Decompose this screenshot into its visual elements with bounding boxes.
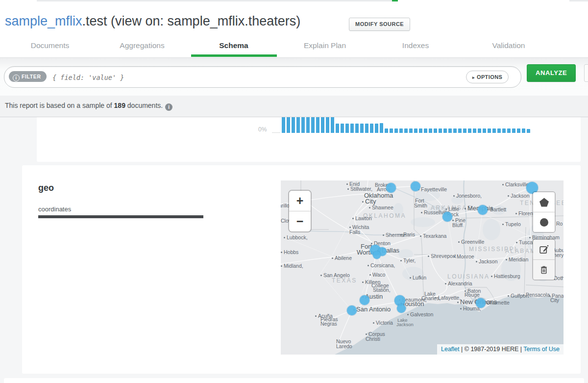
chevron-right-icon: ▸ <box>472 75 475 80</box>
filter-input[interactable] <box>51 72 396 83</box>
top-clipped-toolbar <box>37 0 392 1</box>
tab-validation[interactable]: Validation <box>492 41 525 50</box>
histogram-bar[interactable] <box>370 124 373 133</box>
histogram-bar[interactable] <box>296 115 300 133</box>
modify-source-button[interactable]: MODIFY SOURCE <box>349 18 410 31</box>
leaflet-map[interactable]: OKLAHOMAARKANSASTEXASLOUISIANAMISSISSIPP… <box>281 180 564 355</box>
histogram-bar[interactable] <box>517 128 520 133</box>
location-marker[interactable] <box>373 251 381 259</box>
analyze-button[interactable]: ANALYZE <box>527 64 576 82</box>
filter-badge[interactable]: iFILTER <box>9 71 47 82</box>
map-city-label: Fayetteville <box>418 187 447 192</box>
field-type-bar[interactable] <box>38 215 203 218</box>
tab-explain-plan[interactable]: Explain Plan <box>304 41 346 50</box>
y-axis-zero-tick: 0% <box>258 126 267 133</box>
map-city-label: Hobbs <box>281 250 298 255</box>
histogram-bar[interactable] <box>360 124 364 133</box>
map-city-label: Midland, <box>281 263 303 269</box>
histogram-bar[interactable] <box>321 115 324 133</box>
histogram-bar[interactable] <box>355 124 359 133</box>
leaflet-link[interactable]: Leaflet <box>441 346 460 353</box>
tab-aggregations[interactable]: Aggregations <box>120 41 164 50</box>
zoom-out-button[interactable]: − <box>289 211 311 231</box>
zoom-in-button[interactable]: + <box>289 191 311 211</box>
tab-documents[interactable]: Documents <box>31 41 69 50</box>
histogram-bar[interactable] <box>507 128 511 133</box>
clipped-right-button[interactable] <box>584 64 588 82</box>
histogram-bar[interactable] <box>463 128 466 133</box>
histogram-bar[interactable] <box>453 128 457 133</box>
histogram-bar[interactable] <box>385 128 388 133</box>
histogram-bar[interactable] <box>399 128 403 133</box>
histogram-bar[interactable] <box>375 124 378 133</box>
histogram-bar[interactable] <box>301 115 305 133</box>
histogram-bar[interactable] <box>502 128 506 133</box>
histogram-bar[interactable] <box>282 115 285 133</box>
location-marker[interactable] <box>476 298 486 308</box>
options-button[interactable]: ▸OPTIONS <box>466 71 509 83</box>
filter-pill: iFILTER ▸OPTIONS <box>4 66 521 88</box>
delete-shapes-button[interactable] <box>533 259 555 280</box>
histogram-bar[interactable] <box>331 115 334 133</box>
histogram-bar[interactable] <box>316 115 319 133</box>
collection-link[interactable]: sample_mflix <box>5 14 82 28</box>
histogram-bar[interactable] <box>390 128 393 133</box>
location-marker[interactable] <box>386 183 396 193</box>
histogram-bar[interactable] <box>492 128 496 133</box>
histogram-bar[interactable] <box>483 128 486 133</box>
map-city-label: Paris <box>400 232 415 237</box>
histogram-bars[interactable] <box>282 115 556 133</box>
location-marker[interactable] <box>360 295 369 305</box>
location-marker[interactable] <box>397 304 406 313</box>
histogram-bar[interactable] <box>326 115 329 133</box>
map-city-label: Falls <box>349 230 360 235</box>
map-city-label: Galveston <box>407 312 433 317</box>
top-clipped-toolbar-right <box>569 0 588 1</box>
histogram-bar[interactable] <box>345 124 349 133</box>
histogram-bar[interactable] <box>306 115 310 133</box>
histogram-bar[interactable] <box>448 128 452 133</box>
location-marker[interactable] <box>411 181 420 191</box>
histogram-bar[interactable] <box>458 128 462 133</box>
draw-polygon-button[interactable] <box>533 192 555 212</box>
histogram-bar[interactable] <box>287 115 290 133</box>
histogram-bar[interactable] <box>380 123 383 133</box>
info-circle-icon[interactable]: i <box>165 103 172 111</box>
attribution-copyright: | © 1987-2019 HERE | <box>460 346 524 353</box>
histogram-bar[interactable] <box>478 128 481 133</box>
location-marker[interactable] <box>347 306 357 315</box>
histogram-bar[interactable] <box>350 124 354 133</box>
histogram-bar[interactable] <box>341 124 344 133</box>
location-marker[interactable] <box>442 212 452 222</box>
histogram-bar[interactable] <box>365 124 368 133</box>
edit-shapes-button[interactable] <box>533 240 555 259</box>
histogram-bar[interactable] <box>424 128 427 133</box>
histogram-bar[interactable] <box>522 128 525 133</box>
histogram-bar[interactable] <box>394 128 398 133</box>
histogram-bar[interactable] <box>512 128 515 133</box>
histogram-bar[interactable] <box>473 128 476 133</box>
histogram-bar[interactable] <box>311 115 315 133</box>
histogram-bar[interactable] <box>429 128 432 133</box>
map-city-label: Abilene <box>332 255 352 261</box>
histogram-bar[interactable] <box>404 128 408 133</box>
histogram-bar[interactable] <box>439 128 442 133</box>
histogram-bar[interactable] <box>468 128 471 133</box>
histogram-bar[interactable] <box>527 129 530 133</box>
histogram-bar[interactable] <box>414 128 417 133</box>
histogram-bar[interactable] <box>419 128 422 133</box>
histogram-bar[interactable] <box>488 128 491 133</box>
histogram-bar[interactable] <box>434 128 437 133</box>
draw-circle-button[interactable] <box>533 212 555 232</box>
trash-icon <box>539 265 549 275</box>
histogram-bar[interactable] <box>336 124 339 133</box>
tab-indexes[interactable]: Indexes <box>402 41 429 50</box>
histogram-bar[interactable] <box>443 128 447 133</box>
histogram-bar[interactable] <box>292 115 295 133</box>
tab-schema[interactable]: Schema <box>219 41 248 50</box>
terms-of-use-link[interactable]: Terms of Use <box>523 346 560 353</box>
axis-tick-line <box>272 132 280 133</box>
histogram-bar[interactable] <box>409 128 413 133</box>
location-marker[interactable] <box>478 205 488 215</box>
histogram-bar[interactable] <box>497 128 501 133</box>
